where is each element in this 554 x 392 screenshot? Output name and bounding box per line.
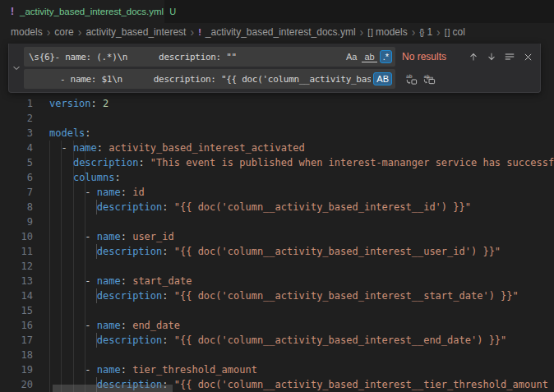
selection-lines-icon [504,51,515,62]
replace-icon: ab [405,73,418,85]
code-line[interactable]: 16 - name: end_date [0,318,554,333]
line-number: 4 [0,141,33,155]
line-number: 6 [0,170,33,185]
line-number: 17 [0,333,33,348]
tab-bar: ! _activity_based_interest_docs.yml U [0,0,554,23]
chevron-right-icon: › [190,26,194,38]
code-line[interactable]: 19 - name: tier_threshold_amount [0,362,554,377]
line-number: 18 [0,348,33,362]
preserve-case-toggle[interactable]: AB [373,72,392,85]
breadcrumb-label: models [11,26,43,38]
find-replace-widget: \s{6}- name: (.*)\n description: "" Aa a… [8,44,541,93]
yaml-warning-icon: ! [198,27,201,37]
breadcrumb-label: col [453,26,465,38]
yaml-warning-icon: ! [11,6,14,17]
editor-pane[interactable]: 1version: 223models:4 - name: activity_b… [0,41,554,392]
symbol-object-icon: {} [419,27,423,37]
find-input[interactable]: \s{6}- name: (.*)\n description: "" Aa a… [24,47,395,67]
replace-all-button[interactable]: ab [420,71,438,87]
match-case-toggle[interactable]: Aa [344,51,359,62]
chevron-right-icon: › [436,26,441,38]
close-icon [523,52,533,62]
line-number: 1 [0,96,33,111]
code-line[interactable]: 13 - name: start_date [0,274,554,288]
replace-input[interactable]: - name: $1\n description: "{{ doc('colum… [24,69,395,89]
breadcrumb-item[interactable]: [ ]models [367,26,407,38]
find-results-status: No results [402,51,464,62]
toggle-replace-chevron[interactable] [9,44,24,92]
code-line[interactable]: 3models: [0,126,554,141]
next-match-button[interactable] [482,48,501,65]
code-line[interactable]: 9 [0,214,554,229]
close-find-widget-button[interactable] [519,48,537,65]
breadcrumb-label: models [376,26,408,38]
find-query-text[interactable]: \s{6}- name: (.*)\n description: "" [29,52,341,62]
regex-toggle[interactable]: .* [380,50,392,63]
git-untracked-badge: U [169,7,176,16]
code-line[interactable]: 4 - name: activity_based_interest_activa… [0,141,554,155]
arrow-up-icon [468,51,479,62]
chevron-right-icon: › [78,26,82,38]
breadcrumb-label: activity_based_interest [85,26,186,38]
line-number: 8 [0,200,33,214]
code-line[interactable]: 15 [0,303,554,318]
code-line[interactable]: 10 - name: user_id [0,229,554,244]
breadcrumb-item[interactable]: models [11,26,43,38]
code-line[interactable]: 6 columns: [0,170,554,185]
line-number: 12 [0,259,33,274]
breadcrumb-item[interactable]: core [54,26,73,38]
line-number: 11 [0,244,33,259]
line-number: 15 [0,303,33,318]
line-number: 9 [0,214,33,229]
line-number: 14 [0,288,33,303]
line-number: 2 [0,111,33,126]
breadcrumb-item[interactable]: {}1 [419,26,432,38]
line-number: 16 [0,318,33,333]
tab-filename: _activity_based_interest_docs.yml [20,7,164,16]
line-number: 10 [0,229,33,244]
line-number: 7 [0,185,33,200]
breadcrumb: models›core›activity_based_interest›!_ac… [0,23,554,41]
code-line[interactable]: 12 [0,259,554,274]
code-line[interactable]: 18 [0,348,554,362]
horizontal-scrollbar[interactable] [53,385,173,392]
line-number: 13 [0,274,33,288]
whole-word-toggle[interactable]: ab [362,51,376,62]
chevron-right-icon: › [360,26,364,38]
breadcrumb-label: 1 [427,26,432,38]
tab-active-file[interactable]: ! _activity_based_interest_docs.yml U [0,0,164,23]
previous-match-button[interactable] [464,48,482,65]
find-in-selection-button[interactable] [501,48,519,65]
svg-text:ab: ab [405,73,412,79]
code-line[interactable]: 7 - name: id [0,185,554,200]
replace-value-text[interactable]: - name: $1\n description: "{{ doc('colum… [29,74,371,85]
code-line[interactable]: 1version: 2 [0,96,554,111]
line-number: 3 [0,126,33,141]
breadcrumb-item[interactable]: !_activity_based_interest_docs.yml [198,26,355,38]
breadcrumb-item[interactable]: [ ]col [445,26,465,38]
code-line[interactable]: 17 description: "{{ doc('column__activit… [0,333,554,348]
code-line[interactable]: 14 description: "{{ doc('column__activit… [0,288,554,303]
replace-button[interactable]: ab [402,71,420,87]
breadcrumb-item[interactable]: activity_based_interest [85,26,186,38]
line-number: 19 [0,362,33,377]
symbol-array-icon: [ ] [367,27,372,37]
code-line[interactable]: 2 [0,111,554,126]
code-line[interactable]: 11 description: "{{ doc('column__activit… [0,244,554,259]
vscode-window: ! _activity_based_interest_docs.yml U mo… [0,0,554,392]
chevron-right-icon: › [47,26,51,38]
line-number: 20 [0,377,33,392]
arrow-down-icon [486,51,497,62]
replace-all-icon: ab [423,73,436,85]
svg-text:ab: ab [423,73,429,78]
chevron-down-icon [12,63,21,73]
line-number: 5 [0,155,33,170]
breadcrumb-label: core [54,26,73,38]
breadcrumb-label: _activity_based_interest_docs.yml [205,26,356,38]
code-line[interactable]: 8 description: "{{ doc('column__activity… [0,200,554,214]
symbol-array-icon: [ ] [445,27,450,37]
code-line[interactable]: 5 description: "This event is published … [0,155,554,170]
chevron-right-icon: › [412,26,416,38]
code-area[interactable]: 1version: 223models:4 - name: activity_b… [0,96,554,392]
